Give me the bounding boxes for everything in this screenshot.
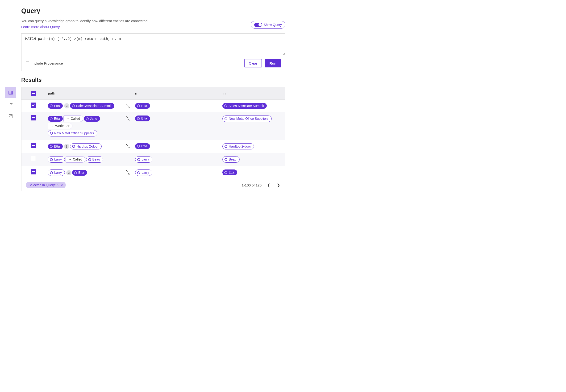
entity-chip[interactable]: Sales Associate Summit [222,103,267,109]
checkbox-icon [26,61,29,65]
svg-rect-0 [9,91,13,94]
view-chart-icon[interactable] [5,111,16,122]
entity-chip[interactable]: Etta [135,103,150,109]
entity-chip[interactable]: Etta [72,170,87,176]
entity-dot-icon [88,158,91,161]
svg-point-6 [11,103,12,104]
row-checkbox[interactable] [31,102,36,108]
entity-dot-icon [50,104,53,107]
collapse-icon[interactable]: ↘ ↖ [126,116,130,121]
page-prev-icon[interactable]: ❮ [266,182,271,188]
relation-chip[interactable]: →Called [66,156,85,163]
show-query-label: Show Query [264,23,282,27]
svg-point-7 [10,105,11,106]
entity-dot-icon [224,171,227,174]
arrow-icon: → [68,157,71,161]
arrow-icon: → [66,117,69,121]
entity-chip[interactable]: Etta [48,143,63,149]
entity-dot-icon [225,117,227,120]
page-subtitle: You can query a knowledge graph to ident… [21,19,149,23]
row-checkbox[interactable] [31,115,36,120]
entity-dot-icon [137,158,140,161]
selected-count-label: Selected in Query: 5 [28,183,58,187]
entity-chip[interactable]: Etta [222,169,237,175]
table-row: Etta3Hardtop 2-door ↖ ↘ Etta Hardtop 2-d… [21,140,285,153]
run-button[interactable]: Run [265,59,281,67]
query-box: Include Provenance Clear Run [21,33,285,71]
entity-dot-icon [72,145,75,148]
entity-dot-icon [50,132,53,135]
column-header-path[interactable]: path [45,87,132,100]
entity-dot-icon [50,171,53,174]
entity-chip[interactable]: Hardtop 2-door [222,143,254,150]
select-all-checkbox[interactable] [31,91,36,96]
row-checkbox[interactable] [31,156,36,161]
entity-chip[interactable]: Etta [48,116,63,122]
entity-dot-icon [137,145,140,148]
include-provenance-label: Include Provenance [32,61,63,65]
entity-chip[interactable]: Etta [135,115,150,121]
page-title: Query [21,7,285,15]
path-count-badge: 3 [64,103,69,108]
entity-dot-icon [86,117,89,120]
entity-chip[interactable]: Etta [135,143,150,149]
path-count-badge: 3 [64,144,69,149]
column-header-m[interactable]: m [220,87,285,100]
page-next-icon[interactable]: ❯ [276,182,281,188]
svg-line-10 [11,104,12,105]
expand-icon[interactable]: ↖ ↘ [126,103,130,108]
arrow-icon: → [50,124,54,128]
entity-chip[interactable]: Hardtop 2-door [70,143,102,150]
entity-dot-icon [137,117,140,120]
entity-dot-icon [72,104,75,107]
relation-chip[interactable]: →WorksFor [48,123,72,129]
entity-chip[interactable]: Larry [48,156,65,163]
row-checkbox[interactable] [31,143,36,148]
entity-chip[interactable]: Jane [84,116,100,122]
selected-count-chip: Selected in Query: 5 ✕ [26,182,66,188]
relation-chip[interactable]: →Called [63,115,83,122]
entity-dot-icon [74,171,77,174]
column-header-n[interactable]: n [132,87,220,100]
pagination-range: 1-100 of 120 [242,183,262,187]
entity-dot-icon [50,158,53,161]
results-heading: Results [21,77,285,83]
svg-point-5 [9,103,10,104]
clear-selection-icon[interactable]: ✕ [60,183,63,187]
entity-chip[interactable]: New Metal Office Suppliers [222,115,272,122]
view-graph-icon[interactable] [5,99,16,110]
entity-dot-icon [137,171,140,174]
table-row: Larry3Etta ↖ ↘ Larry Etta [21,166,285,179]
entity-dot-icon [224,104,227,107]
results-table-container: path n m Etta3Sales Associate Summit ↖ ↘… [21,87,285,191]
toggle-indicator [254,23,262,27]
path-count-badge: 3 [66,170,71,175]
row-checkbox[interactable] [31,169,36,174]
expand-icon[interactable]: ↖ ↘ [126,144,130,149]
view-table-icon[interactable] [5,87,16,98]
entity-chip[interactable]: Beau [86,156,103,163]
entity-chip[interactable]: Sales Associate Summit [70,103,114,109]
entity-chip[interactable]: Larry [135,156,152,163]
entity-dot-icon [225,158,227,161]
entity-chip[interactable]: Larry [135,169,152,176]
entity-dot-icon [50,145,53,148]
show-query-toggle[interactable]: Show Query [251,21,285,28]
entity-dot-icon [225,145,227,148]
clear-button[interactable]: Clear [244,59,262,67]
entity-chip[interactable]: Larry [48,169,65,176]
expand-icon[interactable]: ↖ ↘ [126,170,130,175]
table-row: Larry→CalledBeau Larry Beau [21,153,285,166]
entity-chip[interactable]: New Metal Office Suppliers [48,130,97,137]
entity-chip[interactable]: Beau [222,156,240,163]
svg-line-9 [10,104,10,105]
learn-more-link[interactable]: Learn more about Query [21,25,60,29]
entity-dot-icon [137,104,140,107]
table-row: Etta→CalledJane→WorksForNew Metal Office… [21,112,285,140]
svg-rect-11 [9,114,12,118]
include-provenance-checkbox[interactable]: Include Provenance [26,61,63,65]
entity-dot-icon [50,117,53,120]
entity-chip[interactable]: Etta [48,103,63,109]
query-input[interactable] [21,34,285,55]
table-row: Etta3Sales Associate Summit ↖ ↘ Etta Sal… [21,100,285,112]
